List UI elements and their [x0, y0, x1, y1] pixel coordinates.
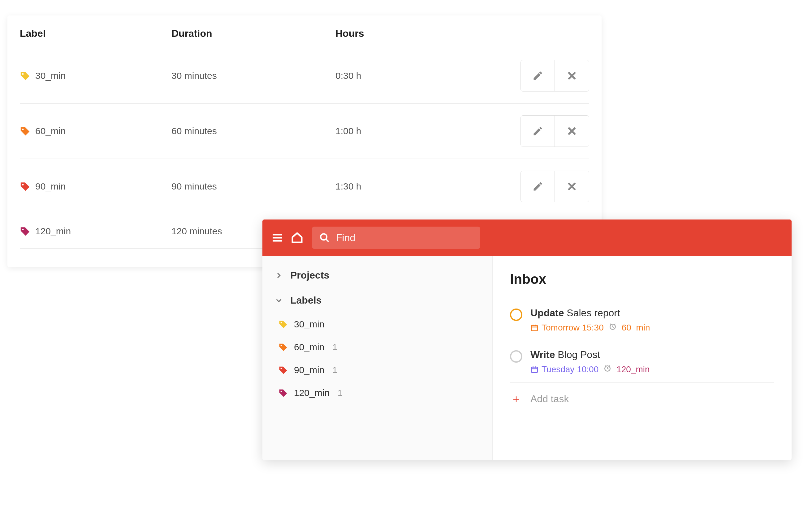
menu-icon[interactable]: [271, 232, 284, 244]
svg-point-0: [22, 73, 23, 75]
row-actions: [520, 171, 589, 202]
add-task-button[interactable]: ＋ Add task: [510, 383, 774, 415]
main-content: Inbox Update Sales report Tomorrow 15:30…: [493, 256, 792, 460]
label-name: 120_min: [35, 226, 71, 236]
tag-icon: [278, 365, 288, 375]
svg-line-30: [609, 365, 610, 366]
svg-point-3: [22, 229, 23, 230]
plus-icon: ＋: [510, 391, 522, 406]
sidebar-label-item[interactable]: 60_min 1: [272, 336, 483, 358]
svg-line-29: [605, 365, 606, 366]
edit-button[interactable]: [521, 116, 555, 147]
header-label: Label: [20, 28, 171, 39]
add-task-label: Add task: [530, 393, 569, 405]
projects-label: Projects: [290, 270, 329, 281]
label-name: 90_min: [294, 365, 324, 375]
svg-line-28: [607, 369, 608, 369]
hours-cell: 0:30 h: [336, 70, 518, 81]
hours-cell: 1:30 h: [336, 181, 518, 192]
header-duration: Duration: [171, 28, 336, 39]
label-cell: 30_min: [20, 70, 171, 81]
app-topbar: Find: [262, 220, 792, 256]
svg-point-10: [281, 345, 282, 347]
task-title: Update Sales report: [530, 307, 774, 319]
row-actions: [520, 60, 589, 92]
chevron-down-icon: [275, 297, 283, 304]
sidebar-item-projects[interactable]: Projects: [272, 263, 483, 288]
sidebar-label-item[interactable]: 30_min: [272, 313, 483, 336]
duration-cell: 60 minutes: [171, 126, 336, 136]
svg-point-9: [281, 322, 282, 324]
label-cell: 120_min: [20, 226, 171, 236]
edit-button[interactable]: [521, 171, 555, 202]
search-icon: [319, 232, 330, 243]
task-checkbox[interactable]: [510, 308, 522, 321]
svg-line-8: [326, 239, 328, 242]
tag-icon: [278, 388, 288, 398]
app-body: Projects Labels 30_min 60_min 1 90_min 1…: [262, 256, 792, 460]
sidebar-label-item[interactable]: 90_min 1: [272, 358, 483, 382]
task-label: 120_min: [616, 364, 650, 374]
home-icon[interactable]: [291, 232, 303, 244]
task-item[interactable]: Write Blog Post Tuesday 10:00 120_min: [510, 341, 774, 383]
label-name: 30_min: [294, 319, 324, 330]
edit-button[interactable]: [521, 60, 555, 91]
tag-icon: [278, 320, 288, 329]
table-header-row: Label Duration Hours: [20, 28, 589, 48]
label-count: 1: [338, 388, 343, 398]
delete-button[interactable]: [555, 116, 589, 147]
labels-header: Labels: [290, 295, 321, 306]
task-body: Write Blog Post Tuesday 10:00 120_min: [530, 349, 774, 374]
tag-icon: [20, 181, 30, 192]
task-meta: Tomorrow 15:30 60_min: [530, 323, 774, 333]
label-count: 1: [333, 342, 337, 352]
tag-icon: [20, 226, 30, 236]
alarm-icon: [609, 323, 617, 333]
svg-line-20: [610, 324, 611, 324]
search-input[interactable]: Find: [312, 227, 480, 249]
label-name: 90_min: [35, 181, 66, 192]
label-cell: 60_min: [20, 126, 171, 136]
task-title: Write Blog Post: [530, 349, 774, 360]
svg-point-11: [281, 368, 282, 370]
duration-cell: 30 minutes: [171, 70, 336, 81]
chevron-right-icon: [275, 272, 283, 279]
svg-point-12: [281, 391, 282, 392]
task-body: Update Sales report Tomorrow 15:30 60_mi…: [530, 307, 774, 333]
task-date: Tomorrow 15:30: [530, 323, 604, 333]
svg-point-7: [320, 234, 327, 240]
svg-point-1: [22, 129, 23, 130]
table-row: 90_min 90 minutes 1:30 h: [20, 159, 589, 214]
table-row: 60_min 60 minutes 1:00 h: [20, 104, 589, 159]
calendar-icon: [530, 324, 539, 332]
task-label: 60_min: [622, 323, 650, 333]
alarm-icon: [603, 364, 611, 374]
tag-icon: [20, 126, 30, 136]
task-date: Tuesday 10:00: [530, 364, 599, 374]
search-placeholder: Find: [336, 232, 355, 243]
label-count: 1: [333, 365, 337, 375]
header-hours: Hours: [336, 28, 589, 39]
label-name: 30_min: [35, 70, 66, 81]
svg-rect-22: [531, 367, 538, 372]
svg-point-2: [22, 184, 23, 185]
label-name: 60_min: [35, 126, 66, 136]
label-cell: 90_min: [20, 181, 171, 192]
svg-line-19: [613, 327, 614, 327]
sidebar-item-labels[interactable]: Labels: [272, 288, 483, 313]
row-actions: [520, 115, 589, 147]
page-title: Inbox: [510, 271, 774, 287]
sidebar: Projects Labels 30_min 60_min 1 90_min 1…: [262, 256, 493, 460]
sidebar-label-item[interactable]: 120_min 1: [272, 382, 483, 404]
svg-line-21: [614, 324, 615, 324]
label-name: 60_min: [294, 342, 324, 352]
duration-cell: 90 minutes: [171, 181, 336, 192]
task-checkbox[interactable]: [510, 350, 522, 362]
task-item[interactable]: Update Sales report Tomorrow 15:30 60_mi…: [510, 299, 774, 341]
tag-icon: [20, 70, 30, 81]
task-meta: Tuesday 10:00 120_min: [530, 364, 774, 374]
delete-button[interactable]: [555, 60, 589, 91]
table-row: 30_min 30 minutes 0:30 h: [20, 48, 589, 104]
delete-button[interactable]: [555, 171, 589, 202]
svg-rect-13: [531, 325, 538, 331]
